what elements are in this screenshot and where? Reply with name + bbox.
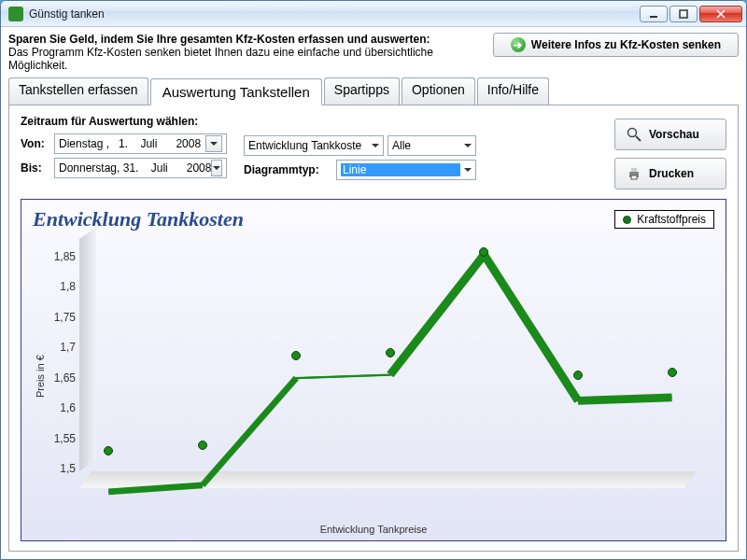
chart: Entwicklung Tankkosten Kraftstoffpreis P… xyxy=(21,199,726,541)
magnifier-icon xyxy=(627,127,641,142)
close-button[interactable] xyxy=(699,6,742,22)
data-point xyxy=(479,247,488,257)
window-controls xyxy=(640,6,742,22)
panel: Zeitraum für Auswertung wählen: Von: Die… xyxy=(8,105,739,552)
controls: Zeitraum für Auswertung wählen: Von: Die… xyxy=(21,115,726,189)
selects: Entwicklung Tankkoste Alle Diagrammtyp: … xyxy=(244,135,476,180)
svg-line-10 xyxy=(390,255,485,375)
content: Sparen Sie Geld, indem Sie Ihre gesamten… xyxy=(1,27,746,559)
chart-line xyxy=(79,239,703,560)
data-point xyxy=(386,348,395,357)
print-button[interactable]: Drucken xyxy=(614,158,726,189)
range-header: Zeitraum für Auswertung wählen: xyxy=(21,115,227,128)
app-icon xyxy=(8,7,23,21)
legend-label: Kraftstoffpreis xyxy=(637,213,706,226)
side-buttons: Vorschau Drucken xyxy=(614,119,726,189)
chart-title: Entwicklung Tankkosten xyxy=(33,207,244,231)
minimize-button[interactable] xyxy=(640,6,668,22)
svg-line-7 xyxy=(108,485,203,492)
diagramtype-combo[interactable]: Linie xyxy=(336,160,476,180)
window-title: Günstig tanken xyxy=(29,7,640,21)
data-point xyxy=(573,371,583,380)
preview-button-label: Vorschau xyxy=(649,128,699,141)
svg-line-9 xyxy=(296,375,390,378)
top-message-sub: Das Programm Kfz-Kosten senken bietet Ih… xyxy=(8,46,486,72)
tabs: Tankstellen erfassen Auswertung Tankstel… xyxy=(8,77,739,105)
app-window: Günstig tanken Sparen Sie Geld, indem Si… xyxy=(0,0,747,560)
yaxis-ticks: 1,85 1,8 1,75 1,7 1,65 1,6 1,55 1,5 xyxy=(48,231,79,522)
legend: Kraftstoffpreis xyxy=(614,210,714,229)
from-date-field[interactable]: Dienstag , 1. Juli 2008 xyxy=(54,133,227,154)
svg-point-2 xyxy=(628,129,637,137)
svg-rect-5 xyxy=(631,168,637,172)
maximize-button[interactable] xyxy=(669,6,698,22)
from-date-value: Dienstag , 1. Juli 2008 xyxy=(59,137,201,150)
to-label: Bis: xyxy=(21,161,49,175)
date-range: Zeitraum für Auswertung wählen: Von: Die… xyxy=(21,115,227,182)
arrow-right-icon: ➔ xyxy=(511,37,526,52)
tab-auswertung-tankstellen[interactable]: Auswertung Tankstellen xyxy=(150,78,322,105)
tab-spartipps[interactable]: Spartipps xyxy=(324,77,400,105)
data-point xyxy=(104,446,113,455)
tab-tankstellen-erfassen[interactable]: Tankstellen erfassen xyxy=(8,77,148,105)
printer-icon xyxy=(627,166,641,181)
from-label: Von: xyxy=(21,137,49,150)
tab-info-hilfe[interactable]: Info/Hilfe xyxy=(477,77,549,105)
top-message-bold: Sparen Sie Geld, indem Sie Ihre gesamten… xyxy=(8,33,486,46)
chart-data-combo[interactable]: Entwicklung Tankkoste xyxy=(244,135,384,156)
info-button[interactable]: ➔ Weitere Infos zu Kfz-Kosten senken xyxy=(493,33,739,57)
svg-line-11 xyxy=(484,255,578,401)
diagramtype-label: Diagrammtyp: xyxy=(244,163,332,176)
calendar-icon[interactable] xyxy=(205,135,222,152)
topbar: Sparen Sie Geld, indem Sie Ihre gesamten… xyxy=(8,33,739,72)
to-date-field[interactable]: Donnerstag, 31. Juli 2008 xyxy=(54,158,227,178)
legend-marker-icon xyxy=(623,216,631,224)
print-button-label: Drucken xyxy=(649,167,694,180)
preview-button[interactable]: Vorschau xyxy=(614,119,726,150)
plot-area xyxy=(79,239,703,518)
data-point xyxy=(198,441,207,450)
svg-line-8 xyxy=(203,378,297,485)
yaxis-label: Preis in € xyxy=(33,231,48,522)
calendar-icon[interactable] xyxy=(211,160,222,176)
svg-rect-0 xyxy=(650,16,657,18)
svg-line-3 xyxy=(636,136,641,141)
svg-rect-6 xyxy=(631,175,637,179)
data-point xyxy=(291,351,301,360)
to-date-value: Donnerstag, 31. Juli 2008 xyxy=(59,161,211,175)
info-button-label: Weitere Infos zu Kfz-Kosten senken xyxy=(531,38,721,51)
data-point xyxy=(668,368,677,377)
tab-optionen[interactable]: Optionen xyxy=(402,77,475,105)
titlebar[interactable]: Günstig tanken xyxy=(1,1,746,27)
svg-rect-1 xyxy=(680,10,687,18)
filter-combo[interactable]: Alle xyxy=(388,135,476,156)
svg-line-12 xyxy=(578,398,672,400)
top-message: Sparen Sie Geld, indem Sie Ihre gesamten… xyxy=(8,33,486,72)
